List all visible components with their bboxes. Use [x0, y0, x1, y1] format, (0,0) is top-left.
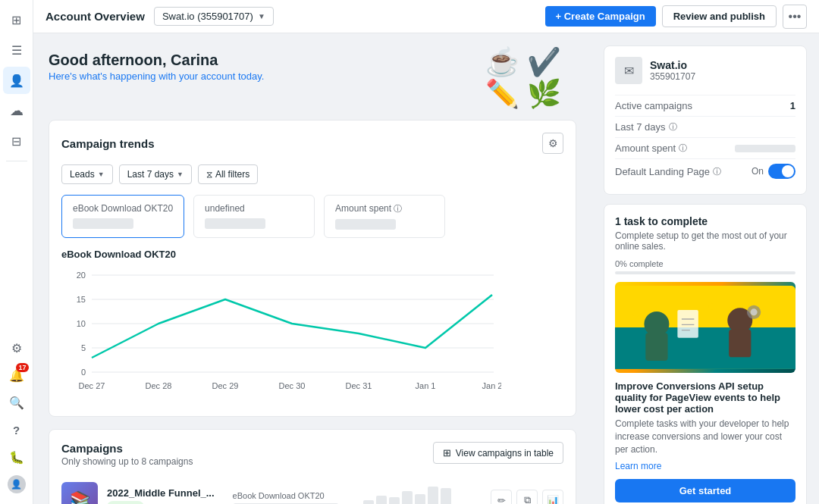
amount-spent-row: Amount spent ⓘ [615, 137, 795, 158]
create-campaign-button[interactable]: + Create Campaign [545, 6, 656, 27]
sidebar-item-avatar[interactable]: 👤 [3, 67, 30, 94]
filter-icon: ⧖ [206, 169, 212, 180]
metric-label-3: Amount spent ⓘ [335, 203, 434, 214]
right-panel: ✉ Swat.io 355901707 Active campaigns 1 L… [592, 33, 819, 504]
account-selector[interactable]: Swat.io (355901707) ▼ [154, 7, 274, 26]
settings-icon: ⚙ [11, 341, 22, 355]
campaign-thumb: 📚 [61, 482, 98, 504]
svg-point-29 [709, 303, 716, 310]
svg-text:Dec 31: Dec 31 [346, 381, 372, 390]
sidebar-item-help[interactable]: ? [3, 416, 30, 443]
toggle-knob [782, 165, 794, 177]
bar-chart-icon: 📊 [547, 495, 559, 505]
sidebar-item-notifications[interactable]: 🔔 17 [3, 362, 30, 389]
info-icon: ⓘ [669, 121, 677, 133]
campaigns-header: Campaigns Only showing up to 8 campaigns… [61, 442, 563, 467]
copy-button[interactable]: ⧉ [516, 490, 538, 504]
campaign-info: 2022_Middle Funnel_... Active [107, 487, 215, 504]
greeting-row: Good afternoon, Carina Here's what's hap… [49, 52, 576, 105]
metric-label-1: eBook Download OKT20 [73, 203, 173, 214]
campaigns-subtitle: Only showing up to 8 campaigns [61, 456, 193, 467]
envelope-icon: ✉ [624, 64, 634, 78]
review-publish-button[interactable]: Review and publish [662, 5, 777, 27]
learn-more-link[interactable]: Learn more [615, 461, 661, 471]
task-subtitle: Complete setup to get the most out of yo… [615, 230, 795, 252]
sidebar-item-home[interactable]: ⊞ [3, 6, 30, 33]
active-campaigns-label: Active campaigns [615, 100, 692, 111]
all-filters-button[interactable]: ⧖ All filters [198, 164, 258, 184]
chart-button[interactable]: 📊 [542, 490, 563, 504]
progress-label: 0% complete [615, 259, 795, 268]
svg-text:Dec 29: Dec 29 [212, 381, 239, 390]
chart-container: 20 15 10 5 0 Dec 27 Dec 28 Dec 29 Dec 30… [61, 268, 563, 404]
active-campaigns-value: 1 [790, 100, 795, 111]
mini-bar [402, 491, 413, 504]
svg-text:5: 5 [81, 343, 86, 352]
svg-text:0: 0 [81, 368, 86, 377]
notification-badge: 17 [16, 363, 28, 372]
sidebar-item-search[interactable]: 🔍 [3, 389, 30, 416]
greeting-illustration: ☕ ✔️ ✏️ 🌿 [485, 52, 576, 105]
sidebar-item-user[interactable]: 👤 [3, 471, 30, 498]
gear-icon: ⚙ [548, 137, 558, 149]
line-chart: 20 15 10 5 0 Dec 27 Dec 28 Dec 29 Dec 30… [61, 268, 501, 404]
status-badge: Active [107, 501, 144, 504]
mini-bar [376, 496, 387, 504]
sidebar-divider [6, 161, 27, 161]
sidebar-bottom: ⚙ 🔔 17 🔍 ? 🐛 👤 [3, 334, 30, 498]
progress-bar-container: 0% complete [615, 259, 795, 274]
default-page-toggle-container: On [752, 164, 795, 179]
get-started-button[interactable]: Get started [615, 479, 795, 502]
sidebar-item-grid[interactable]: ⊟ [3, 127, 30, 155]
svg-point-30 [632, 310, 639, 317]
view-table-label: View campaigns in table [456, 448, 554, 459]
sidebar-item-settings[interactable]: ⚙ [3, 334, 30, 362]
account-details: Swat.io 355901707 [650, 59, 695, 82]
campaigns-header-text: Campaigns Only showing up to 8 campaigns [61, 442, 193, 467]
days-filter-label: Last 7 days [127, 169, 174, 180]
sidebar-item-menu[interactable]: ☰ [3, 36, 30, 64]
edit-button[interactable]: ✏ [491, 490, 512, 504]
mini-bar [441, 488, 451, 504]
metric-bar-1 [73, 218, 133, 229]
avatar-icon: 👤 [9, 74, 24, 88]
active-campaigns-row: Active campaigns 1 [615, 95, 795, 116]
campaign-name: 2022_Middle Funnel_... [107, 487, 215, 499]
toggle-on-label: On [752, 166, 764, 177]
view-table-button[interactable]: ⊞ View campaigns in table [433, 442, 563, 464]
topbar-actions: + Create Campaign Review and publish ••• [545, 5, 807, 29]
main-wrapper: Account Overview Swat.io (355901707) ▼ +… [33, 0, 819, 504]
settings-button[interactable]: ⚙ [542, 133, 563, 154]
stat-label: eBook Download OKT20 [233, 491, 339, 500]
toggle-switch[interactable] [768, 164, 795, 179]
task-card: 1 task to complete Complete setup to get… [604, 204, 807, 504]
chevron-down-icon: ▼ [258, 12, 265, 20]
leads-filter-button[interactable]: Leads ▼ [61, 164, 113, 184]
task-illustration [615, 282, 795, 373]
last7-row: Last 7 days ⓘ [615, 116, 795, 137]
topbar: Account Overview Swat.io (355901707) ▼ +… [33, 0, 819, 33]
sidebar-item-bug[interactable]: 🐛 [3, 443, 30, 471]
home-icon: ⊞ [11, 13, 21, 27]
account-card: ✉ Swat.io 355901707 Active campaigns 1 L… [604, 45, 807, 195]
info-icon: ⓘ [679, 142, 687, 154]
pencil-icon: ✏ [497, 495, 506, 505]
account-id: 355901707 [650, 71, 695, 82]
greeting-subheading: Here's what's happening with your accoun… [49, 70, 264, 82]
default-page-row: Default Landing Page ⓘ On [615, 158, 795, 183]
user-icon: 👤 [8, 475, 26, 493]
account-icon: ✉ [615, 57, 642, 84]
metric-box-2: undefined [193, 195, 315, 238]
progress-bar-bg [615, 271, 795, 274]
amount-spent-label: Amount spent ⓘ [615, 142, 687, 154]
more-options-button[interactable]: ••• [783, 5, 807, 29]
svg-text:Jan 1: Jan 1 [416, 381, 436, 390]
sidebar-item-cloud[interactable]: ☁ [3, 97, 30, 124]
days-filter-button[interactable]: Last 7 days ▼ [119, 164, 192, 184]
svg-rect-25 [677, 310, 698, 338]
campaign-thumb-icon: 📚 [70, 490, 90, 504]
metric-box-3: Amount spent ⓘ [324, 195, 445, 238]
svg-text:20: 20 [77, 271, 86, 280]
page-title: Account Overview [46, 10, 145, 23]
svg-point-24 [751, 308, 758, 315]
